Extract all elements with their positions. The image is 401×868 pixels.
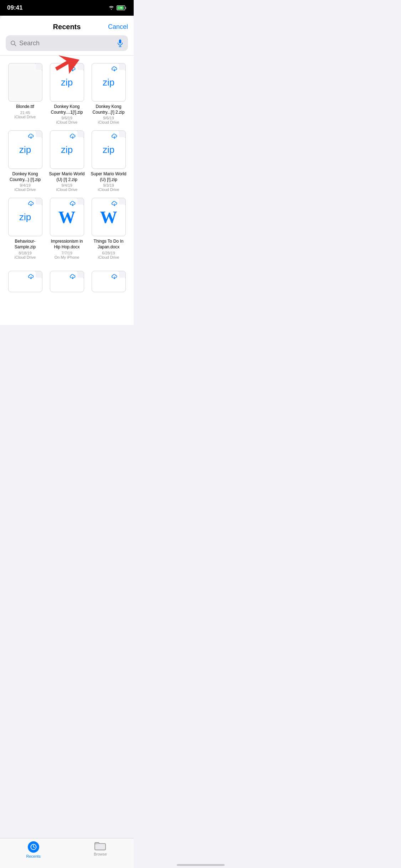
- wifi-icon: [108, 6, 114, 10]
- list-item[interactable]: zip Behaviour-Sample.zip 8/18/19 iCloud …: [4, 195, 46, 262]
- cloud-download-icon: [111, 133, 118, 139]
- page-title: Recents: [53, 23, 81, 31]
- file-location: iCloud Drive: [98, 120, 119, 124]
- file-name: Donkey Kong Country...[!] 2.zip: [91, 104, 127, 115]
- file-date: 6/28/19: [102, 251, 115, 255]
- cloud-download-icon: [111, 200, 118, 206]
- cloud-download-icon: [111, 273, 118, 279]
- file-name: Donkey Kong Country...) [!].zip: [7, 171, 43, 182]
- file-grid: Blonde.ttf 21:45 iCloud Drive zip Donkey…: [0, 57, 134, 265]
- cloud-download-icon: [70, 133, 76, 139]
- svg-rect-2: [125, 7, 126, 9]
- file-name: Behaviour-Sample.zip: [7, 239, 43, 250]
- svg-line-4: [14, 44, 16, 46]
- cloud-download-icon: [28, 133, 34, 139]
- file-name: Donkey Kong Country....1[!].zip: [49, 104, 85, 115]
- list-item[interactable]: [4, 268, 46, 295]
- file-date: 8/18/19: [19, 251, 32, 255]
- svg-rect-5: [119, 40, 121, 43]
- file-date: 9/4/19: [20, 183, 31, 187]
- main-container: Recents Cancel: [0, 16, 134, 325]
- list-item[interactable]: W Things To Do In Japan.docx 6/28/19 iCl…: [88, 195, 129, 262]
- file-name: Blonde.ttf: [16, 104, 34, 110]
- file-type-label: zip: [19, 144, 31, 155]
- file-name: Super Mario World (U) [!] 2.zip: [49, 171, 85, 182]
- file-date: 9/4/19: [61, 183, 72, 187]
- file-location: iCloud Drive: [15, 115, 36, 119]
- battery-icon: [117, 5, 127, 10]
- file-date: 9/6/19: [103, 116, 114, 120]
- cloud-download-icon: [70, 273, 76, 279]
- list-item[interactable]: zip Super Mario World (U) [!] 2.zip 9/4/…: [46, 127, 88, 195]
- list-item[interactable]: zip Donkey Kong Country...) [!].zip 9/4/…: [4, 127, 46, 195]
- partial-row: [0, 265, 134, 295]
- file-type-label: zip: [103, 77, 114, 88]
- list-item[interactable]: Blonde.ttf 21:45 iCloud Drive: [4, 60, 46, 127]
- file-type-label: zip: [19, 212, 31, 223]
- file-location: iCloud Drive: [98, 255, 119, 259]
- file-date: 7/7/19: [61, 251, 72, 255]
- file-location: iCloud Drive: [15, 187, 36, 192]
- file-date: 9/3/19: [103, 183, 114, 187]
- search-bar-container: [0, 35, 134, 55]
- list-item[interactable]: W Impressionism in Hip Hop.docx 7/7/19 O…: [46, 195, 88, 262]
- status-time: 09:41: [7, 4, 22, 11]
- file-name: Super Mario World (U) [!].zip: [91, 171, 127, 182]
- cloud-download-icon: [70, 200, 76, 206]
- list-item[interactable]: zip Donkey Kong Country...[!] 2.zip 9/6/…: [88, 60, 129, 127]
- file-location: iCloud Drive: [98, 187, 119, 192]
- search-icon: [10, 40, 16, 46]
- file-type-label: zip: [103, 144, 114, 155]
- file-type-label: W: [100, 207, 117, 227]
- file-date: 9/6/19: [61, 116, 72, 120]
- file-date: 21:45: [20, 110, 30, 115]
- cloud-download-icon: [111, 66, 118, 71]
- header: Recents Cancel: [0, 16, 134, 35]
- file-location: On My iPhone: [55, 255, 79, 259]
- cancel-button[interactable]: Cancel: [108, 23, 128, 31]
- microphone-icon[interactable]: [117, 39, 124, 47]
- file-type-label: W: [58, 207, 76, 227]
- status-icons: [108, 5, 127, 10]
- list-item[interactable]: [46, 268, 88, 295]
- file-type-label: zip: [61, 144, 73, 155]
- file-location: iCloud Drive: [15, 255, 36, 259]
- file-name: Things To Do In Japan.docx: [91, 239, 127, 250]
- cloud-download-icon: [28, 273, 34, 279]
- list-item[interactable]: zip Super Mario World (U) [!].zip 9/3/19…: [88, 127, 129, 195]
- status-bar: 09:41: [0, 0, 134, 16]
- list-item[interactable]: [88, 268, 129, 295]
- file-name: Impressionism in Hip Hop.docx: [49, 239, 85, 250]
- file-location: iCloud Drive: [56, 187, 78, 192]
- cloud-download-icon: [28, 200, 34, 206]
- file-location: iCloud Drive: [56, 120, 78, 124]
